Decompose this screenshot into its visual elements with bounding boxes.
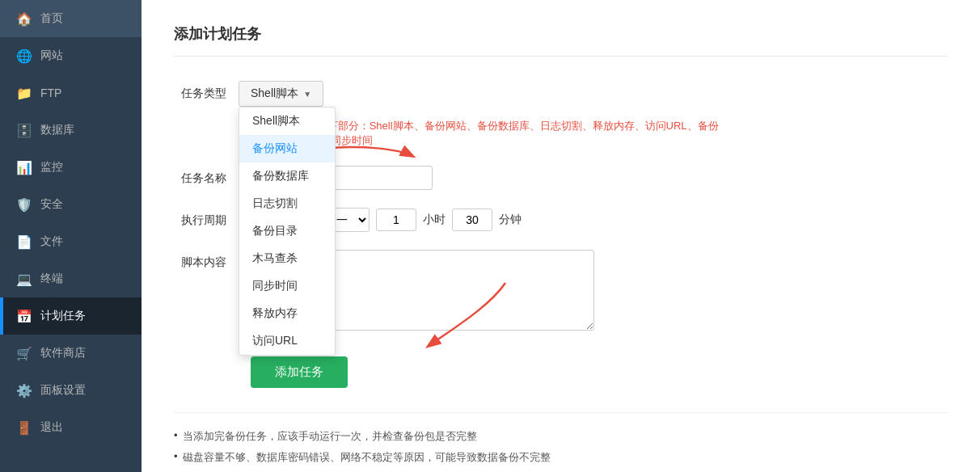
sidebar-item-home[interactable]: 🏠 首页 (0, 0, 142, 37)
dropdown-item-backup_dir[interactable]: 备份目录 (239, 217, 335, 245)
task-type-dropdown-button[interactable]: Shell脚本 ▼ (239, 81, 323, 107)
sidebar-item-terminal[interactable]: 💻 终端 (0, 260, 142, 297)
dropdown-item-visit_url[interactable]: 访问URL (239, 327, 335, 355)
sidebar-label-files: 文件 (40, 234, 63, 249)
sidebar-icon-panel: ⚙️ (16, 382, 32, 398)
add-task-button[interactable]: 添加任务 (251, 356, 348, 388)
task-name-label: 任务名称 (174, 166, 239, 186)
sidebar: 🏠 首页 🌐 网站 📁 FTP 🗄️ 数据库 📊 监控 🛡️ 安全 📄 文件 💻… (0, 0, 142, 472)
note-text: 当添加完备份任务，应该手动运行一次，并检查备份包是否完整 (183, 429, 477, 444)
dropdown-item-free_memory[interactable]: 释放内存 (239, 300, 335, 327)
script-content-label: 脚本内容 (174, 250, 239, 270)
sidebar-label-home: 首页 (40, 11, 63, 26)
note-bullet: • (174, 429, 178, 441)
dropdown-arrow-icon: ▼ (303, 90, 311, 99)
hour-input[interactable] (376, 209, 416, 231)
add-button-row: 添加任务 (251, 348, 948, 388)
sidebar-item-schedule[interactable]: 📅 计划任务 (0, 297, 142, 335)
note-text: 磁盘容量不够、数据库密码错误、网络不稳定等原因，可能导致数据备份不完整 (183, 450, 551, 465)
sidebar-icon-files: 📄 (16, 234, 32, 250)
dropdown-item-backup_db[interactable]: 备份数据库 (239, 162, 335, 190)
sidebar-icon-terminal: 💻 (16, 271, 32, 287)
sidebar-icon-logout: 🚪 (16, 419, 32, 436)
main-content: 添加计划任务 任务类型 Shell脚本 ▼ Shell脚本备份网站备份数据库日志… (142, 0, 980, 472)
sidebar-icon-website: 🌐 (16, 48, 32, 64)
sidebar-item-appstore[interactable]: 🛒 软件商店 (0, 335, 142, 372)
sidebar-item-logout[interactable]: 🚪 退出 (0, 409, 142, 446)
sidebar-icon-schedule: 📅 (16, 308, 32, 324)
sidebar-item-files[interactable]: 📄 文件 (0, 223, 142, 260)
sidebar-label-logout: 退出 (40, 420, 63, 435)
minute-unit-label: 分钟 (499, 213, 522, 227)
sidebar-item-monitor[interactable]: 📊 监控 (0, 149, 142, 186)
task-type-dropdown-wrapper: Shell脚本 ▼ Shell脚本备份网站备份数据库日志切割备份目录木马查杀同步… (239, 81, 323, 107)
task-type-dropdown-menu: Shell脚本备份网站备份数据库日志切割备份目录木马查杀同步时间释放内存访问UR… (239, 107, 336, 356)
sidebar-label-terminal: 终端 (40, 272, 63, 286)
dropdown-item-sync_time[interactable]: 同步时间 (239, 272, 335, 300)
sidebar-item-ftp[interactable]: 📁 FTP (0, 74, 142, 112)
page-title: 添加计划任务 (174, 24, 948, 57)
dropdown-item-trojan_scan[interactable]: 木马查杀 (239, 245, 335, 272)
task-type-label: 任务类型 (174, 81, 239, 101)
sidebar-icon-appstore: 🛒 (16, 345, 32, 361)
task-type-control: Shell脚本 ▼ Shell脚本备份网站备份数据库日志切割备份目录木马查杀同步… (239, 81, 724, 148)
sidebar-icon-database: 🗄️ (16, 122, 32, 138)
sidebar-label-monitor: 监控 (40, 160, 63, 175)
note-item: •当添加完备份任务，应该手动运行一次，并检查备份包是否完整 (174, 429, 948, 444)
sidebar-item-panel[interactable]: ⚙️ 面板设置 (0, 372, 142, 409)
task-type-row: 任务类型 Shell脚本 ▼ Shell脚本备份网站备份数据库日志切割备份目录木… (174, 81, 948, 148)
sidebar-icon-home: 🏠 (16, 11, 32, 27)
sidebar-label-panel: 面板设置 (40, 383, 86, 398)
sidebar-label-website: 网站 (40, 48, 63, 63)
sidebar-label-security: 安全 (40, 197, 63, 212)
sidebar-label-appstore: 软件商店 (40, 346, 86, 360)
note-bullet: • (174, 450, 178, 462)
sidebar-icon-ftp: 📁 (16, 85, 32, 101)
sidebar-item-security[interactable]: 🛡️ 安全 (0, 186, 142, 223)
sidebar-icon-monitor: 📊 (16, 159, 32, 175)
sidebar-item-website[interactable]: 🌐 网站 (0, 37, 142, 74)
sidebar-label-database: 数据库 (40, 123, 74, 137)
execution-period-label: 执行周期 (174, 208, 239, 228)
sidebar-item-database[interactable]: 🗄️ 数据库 (0, 112, 142, 149)
sidebar-label-schedule: 计划任务 (40, 309, 86, 323)
minute-input[interactable] (452, 209, 492, 231)
dropdown-item-backup_website[interactable]: 备份网站 (239, 135, 335, 162)
hour-unit-label: 小时 (423, 213, 446, 227)
note-item: •磁盘容量不够、数据库密码错误、网络不稳定等原因，可能导致数据备份不完整 (174, 450, 948, 465)
dropdown-item-log_rotate[interactable]: 日志切割 (239, 190, 335, 217)
sidebar-label-ftp: FTP (40, 86, 61, 99)
task-type-selected-label: Shell脚本 (251, 86, 298, 101)
sidebar-icon-security: 🛡️ (16, 196, 32, 213)
dropdown-item-shell[interactable]: Shell脚本 (239, 107, 335, 135)
notes-section: •当添加完备份任务，应该手动运行一次，并检查备份包是否完整•磁盘容量不够、数据库… (174, 412, 948, 472)
